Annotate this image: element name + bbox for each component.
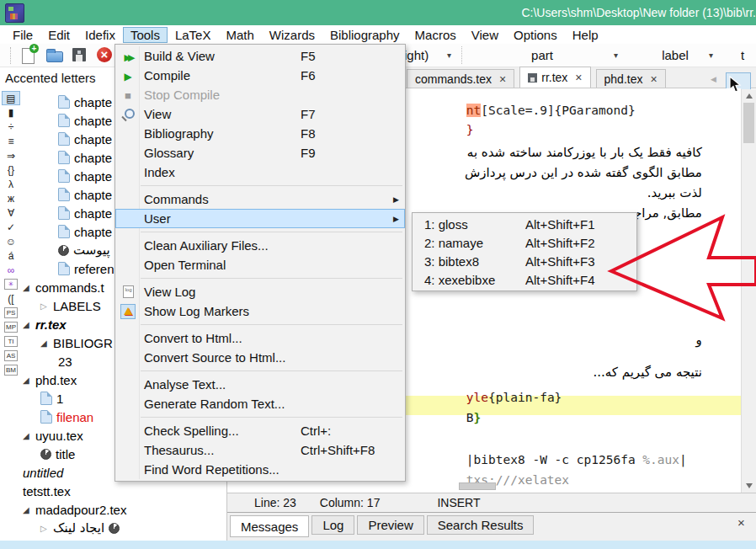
tree-item[interactable]: tetstt.tex xyxy=(23,482,226,500)
expander-icon[interactable] xyxy=(23,505,35,514)
toolbar-combobox[interactable]: label ▾ xyxy=(633,46,717,64)
tab-close-icon[interactable]: × xyxy=(650,72,657,86)
divide-icon[interactable]: ÷ xyxy=(2,120,20,134)
menu-item[interactable]: Convert Source to Html... xyxy=(115,348,405,367)
beamer-icon[interactable]: BM xyxy=(4,365,18,376)
menu-item[interactable]: Stop Compile xyxy=(115,85,405,104)
menu-item[interactable]: Compile F6 xyxy=(115,66,405,85)
expander-icon[interactable] xyxy=(23,283,35,292)
close-icon[interactable] xyxy=(96,46,114,65)
bottom-panel-tab[interactable]: Messages xyxy=(230,515,309,537)
menu-item[interactable]: View Log xyxy=(115,282,405,301)
chevron-down-icon[interactable]: ▾ xyxy=(614,51,618,60)
infinity-icon[interactable]: ∞ xyxy=(2,263,20,277)
menubar-item[interactable]: Edit xyxy=(40,27,77,43)
menu-item[interactable] xyxy=(115,182,405,189)
menu-item[interactable]: Index xyxy=(115,163,405,182)
menu-item[interactable] xyxy=(115,367,405,375)
scroll-up-icon[interactable] xyxy=(746,93,753,99)
toolbar-combobox[interactable]: part ▾ xyxy=(461,46,622,64)
bottom-panel-tab[interactable]: Preview xyxy=(357,515,423,535)
structure-panel-header[interactable]: Accented letters xyxy=(0,67,113,88)
tab-scroll-left-icon[interactable]: ◀ xyxy=(711,75,716,83)
menu-item[interactable]: User ▶ xyxy=(115,209,405,228)
menu-item[interactable]: Analyse Text... xyxy=(115,375,405,394)
save-icon[interactable] xyxy=(71,46,89,65)
menu-item[interactable] xyxy=(115,321,405,328)
submenu-item[interactable]: 3: bibtex8 Alt+Shift+F3 xyxy=(413,252,636,270)
new-document-icon[interactable] xyxy=(20,46,39,65)
lambda-icon[interactable]: λ xyxy=(2,177,20,191)
menubar-item[interactable]: Idefix xyxy=(77,27,123,43)
menubar-item[interactable]: Tools xyxy=(123,27,168,43)
menu-item[interactable]: Glossary F9 xyxy=(115,143,405,163)
menu-item[interactable]: Generate Random Text... xyxy=(115,394,405,413)
menu-item[interactable]: Bibliography F8 xyxy=(115,124,405,143)
smiley-icon[interactable]: ☺ xyxy=(2,234,20,248)
menu-item[interactable]: Convert to Html... xyxy=(115,328,405,348)
expander-icon[interactable] xyxy=(40,301,53,311)
expander-icon[interactable] xyxy=(23,376,35,385)
menu-item[interactable]: View F7 xyxy=(115,104,405,124)
metapost-icon[interactable]: MP xyxy=(4,322,18,333)
menu-item[interactable]: Check Spelling... Ctrl+: xyxy=(115,421,405,440)
tree-item[interactable]: ایجاد لینک xyxy=(23,519,226,537)
chevron-down-icon[interactable]: ▾ xyxy=(447,51,451,60)
scrollbar-thumb[interactable] xyxy=(743,103,754,143)
expander-icon[interactable] xyxy=(23,431,35,440)
tab-close-icon[interactable]: × xyxy=(575,71,582,84)
panel-close-icon[interactable]: × xyxy=(737,515,745,530)
menu-item[interactable] xyxy=(115,228,405,236)
submenu-item[interactable]: 2: namaye Alt+Shift+F2 xyxy=(413,233,636,252)
bottom-panel-tab[interactable]: Search Results xyxy=(427,515,535,535)
menu-item[interactable]: Thesaurus... Ctrl+Shift+F8 xyxy=(115,440,405,460)
menu-item[interactable] xyxy=(115,274,405,282)
expander-icon[interactable] xyxy=(40,524,53,533)
check-icon[interactable]: ✓ xyxy=(2,220,20,234)
menu-item[interactable]: Commands ▶ xyxy=(115,189,405,209)
tab-close-icon[interactable]: × xyxy=(499,72,506,86)
vertical-scrollbar[interactable] xyxy=(741,89,756,493)
structure-icon[interactable]: ▤ xyxy=(2,91,20,105)
chevron-down-icon[interactable]: ▾ xyxy=(709,51,713,60)
menubar-item[interactable]: Macros xyxy=(407,27,464,43)
editor-tab[interactable]: rr.tex × xyxy=(519,67,590,88)
menubar-item[interactable]: Options xyxy=(506,27,565,43)
expander-icon[interactable] xyxy=(23,320,35,329)
menubar-item[interactable]: LaTeX xyxy=(168,27,219,43)
menubar-item[interactable]: Bibliography xyxy=(322,27,407,43)
menubar-item[interactable]: View xyxy=(464,27,506,43)
menubar-item[interactable]: Wizards xyxy=(262,27,322,43)
accented-letter-icon[interactable]: á xyxy=(2,248,20,263)
editor-tab[interactable]: phd.tex × xyxy=(596,69,666,88)
submenu-item[interactable]: 4: xexebibxe Alt+Shift+F4 xyxy=(413,270,636,289)
expander-icon[interactable] xyxy=(40,338,53,348)
equivalence-icon[interactable]: ≡ xyxy=(2,134,20,148)
tree-item[interactable]: madadpour2.tex xyxy=(23,500,226,519)
tikz-icon[interactable]: TI xyxy=(4,336,18,347)
asterisk-icon[interactable]: ✳ xyxy=(4,279,18,290)
editor-tab[interactable]: commands.tex × xyxy=(407,69,514,88)
pstricks-icon[interactable]: PS xyxy=(4,307,18,318)
menu-item[interactable] xyxy=(115,413,405,421)
asymptote-icon[interactable]: AS xyxy=(4,350,18,361)
cyrillic-icon[interactable]: ж xyxy=(2,191,20,205)
open-icon[interactable] xyxy=(45,46,64,65)
bookmark-icon[interactable]: ▮ xyxy=(2,105,20,120)
menu-item[interactable]: Find Word Repetitions... xyxy=(115,460,405,479)
horizontal-scrollbar-thumb[interactable] xyxy=(459,482,496,490)
submenu-item[interactable]: 1: gloss Alt+Shift+F1 xyxy=(413,215,636,233)
menu-item[interactable]: Open Terminal xyxy=(115,255,405,274)
scroll-down-icon[interactable] xyxy=(746,483,753,488)
menu-item[interactable]: Clean Auxiliary Files... xyxy=(115,236,405,255)
bottom-panel-tab[interactable]: Log xyxy=(311,515,354,535)
implies-icon[interactable]: ⇒ xyxy=(2,148,20,163)
menubar-item[interactable]: Help xyxy=(565,27,606,43)
menu-item[interactable]: Show Log Markers xyxy=(115,301,405,321)
menu-item[interactable]: Build & View F5 xyxy=(115,46,405,66)
toolbar-combobox[interactable]: t xyxy=(741,46,756,64)
brackets-icon[interactable]: ([ xyxy=(2,291,20,306)
braces-icon[interactable]: {} xyxy=(2,163,20,177)
forall-icon[interactable]: ∀ xyxy=(2,205,20,220)
menubar-item[interactable]: Math xyxy=(218,27,261,43)
